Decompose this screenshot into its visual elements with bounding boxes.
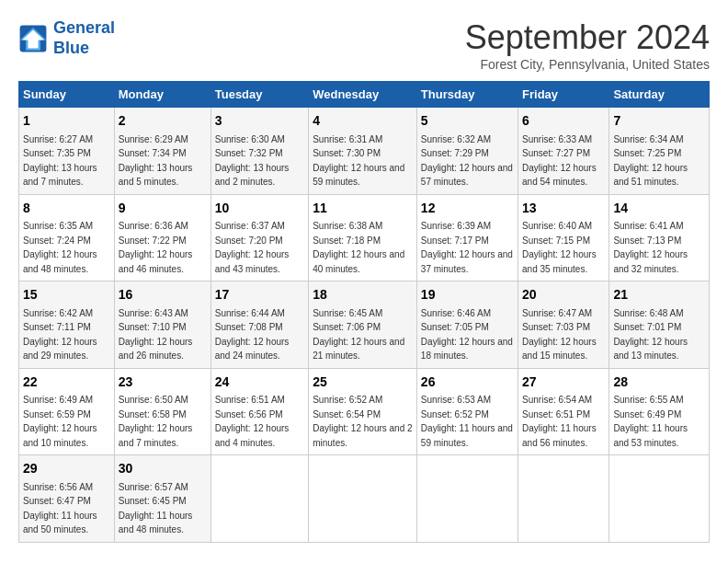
column-header-friday: Friday [518, 82, 609, 108]
week-row-4: 22Sunrise: 6:49 AMSunset: 6:59 PMDayligh… [19, 368, 710, 455]
day-cell: 23Sunrise: 6:50 AMSunset: 6:58 PMDayligh… [114, 368, 210, 455]
day-info: Sunrise: 6:42 AMSunset: 7:11 PMDaylight:… [23, 308, 97, 362]
day-info: Sunrise: 6:48 AMSunset: 7:01 PMDaylight:… [613, 308, 688, 362]
week-row-3: 15Sunrise: 6:42 AMSunset: 7:11 PMDayligh… [19, 282, 710, 369]
day-info: Sunrise: 6:37 AMSunset: 7:20 PMDaylight:… [215, 221, 290, 274]
day-number: 15 [23, 286, 110, 304]
week-row-2: 8Sunrise: 6:35 AMSunset: 7:24 PMDaylight… [19, 194, 710, 282]
day-number: 17 [215, 286, 304, 304]
day-info: Sunrise: 6:53 AMSunset: 6:52 PMDaylight:… [421, 395, 513, 448]
day-cell: 24Sunrise: 6:51 AMSunset: 6:56 PMDayligh… [210, 368, 308, 455]
day-cell: 15Sunrise: 6:42 AMSunset: 7:11 PMDayligh… [19, 282, 115, 369]
day-cell: 18Sunrise: 6:45 AMSunset: 7:06 PMDayligh… [309, 282, 417, 369]
column-header-monday: Monday [114, 82, 210, 108]
day-cell: 27Sunrise: 6:54 AMSunset: 6:51 PMDayligh… [518, 368, 609, 455]
day-cell: 11Sunrise: 6:38 AMSunset: 7:18 PMDayligh… [309, 194, 417, 282]
day-cell: 8Sunrise: 6:35 AMSunset: 7:24 PMDaylight… [19, 194, 115, 282]
day-number: 9 [119, 200, 207, 218]
day-info: Sunrise: 6:33 AMSunset: 7:27 PMDaylight:… [522, 134, 597, 188]
day-number: 13 [522, 200, 605, 218]
day-info: Sunrise: 6:38 AMSunset: 7:18 PMDaylight:… [313, 221, 404, 274]
day-cell: 19Sunrise: 6:46 AMSunset: 7:05 PMDayligh… [416, 282, 518, 369]
day-number: 23 [119, 373, 207, 392]
day-cell [416, 455, 518, 543]
day-cell [210, 455, 308, 543]
day-number: 1 [23, 112, 110, 131]
day-number: 26 [421, 373, 514, 392]
column-header-saturday: Saturday [609, 82, 710, 108]
day-cell: 2Sunrise: 6:29 AMSunset: 7:34 PMDaylight… [114, 108, 210, 195]
day-info: Sunrise: 6:54 AMSunset: 6:51 PMDaylight:… [522, 395, 597, 448]
title-block: September 2024 Forest City, Pennsylvania… [465, 18, 710, 72]
day-info: Sunrise: 6:41 AMSunset: 7:13 PMDaylight:… [613, 221, 688, 274]
day-cell [309, 455, 417, 543]
logo-text: General Blue [53, 18, 115, 58]
day-cell: 28Sunrise: 6:55 AMSunset: 6:49 PMDayligh… [609, 368, 710, 455]
day-number: 14 [613, 200, 705, 218]
day-info: Sunrise: 6:44 AMSunset: 7:08 PMDaylight:… [215, 308, 290, 362]
day-cell: 5Sunrise: 6:32 AMSunset: 7:29 PMDaylight… [416, 108, 518, 195]
day-info: Sunrise: 6:40 AMSunset: 7:15 PMDaylight:… [522, 221, 597, 274]
day-info: Sunrise: 6:52 AMSunset: 6:54 PMDaylight:… [313, 395, 412, 448]
day-number: 2 [119, 112, 207, 131]
column-header-tuesday: Tuesday [210, 82, 308, 108]
day-cell: 16Sunrise: 6:43 AMSunset: 7:10 PMDayligh… [114, 282, 210, 369]
day-number: 20 [522, 286, 605, 304]
day-info: Sunrise: 6:30 AMSunset: 7:32 PMDaylight:… [215, 134, 290, 188]
day-number: 24 [215, 373, 304, 392]
day-cell [518, 455, 609, 543]
day-number: 8 [23, 200, 110, 218]
day-number: 6 [522, 112, 605, 131]
logo: General Blue [18, 18, 115, 58]
day-cell: 29Sunrise: 6:56 AMSunset: 6:47 PMDayligh… [19, 455, 115, 543]
day-number: 16 [119, 286, 207, 304]
day-number: 19 [421, 286, 514, 304]
day-info: Sunrise: 6:55 AMSunset: 6:49 PMDaylight:… [613, 395, 688, 448]
day-info: Sunrise: 6:50 AMSunset: 6:58 PMDaylight:… [119, 395, 193, 448]
day-info: Sunrise: 6:46 AMSunset: 7:05 PMDaylight:… [421, 308, 513, 362]
day-cell [609, 455, 710, 543]
day-info: Sunrise: 6:36 AMSunset: 7:22 PMDaylight:… [119, 221, 193, 274]
day-number: 5 [421, 112, 514, 131]
day-cell: 6Sunrise: 6:33 AMSunset: 7:27 PMDaylight… [518, 108, 609, 195]
day-info: Sunrise: 6:56 AMSunset: 6:47 PMDaylight:… [23, 482, 97, 535]
day-cell: 1Sunrise: 6:27 AMSunset: 7:35 PMDaylight… [19, 108, 115, 195]
column-header-thursday: Thursday [416, 82, 518, 108]
day-number: 27 [522, 373, 605, 392]
day-info: Sunrise: 6:47 AMSunset: 7:03 PMDaylight:… [522, 308, 597, 362]
day-info: Sunrise: 6:32 AMSunset: 7:29 PMDaylight:… [421, 134, 513, 188]
week-row-1: 1Sunrise: 6:27 AMSunset: 7:35 PMDaylight… [19, 108, 710, 195]
column-header-wednesday: Wednesday [309, 82, 417, 108]
day-cell: 21Sunrise: 6:48 AMSunset: 7:01 PMDayligh… [609, 282, 710, 369]
day-cell: 30Sunrise: 6:57 AMSunset: 6:45 PMDayligh… [114, 455, 210, 543]
day-number: 21 [613, 286, 705, 304]
day-number: 18 [313, 286, 413, 304]
day-cell: 7Sunrise: 6:34 AMSunset: 7:25 PMDaylight… [609, 108, 710, 195]
day-cell: 20Sunrise: 6:47 AMSunset: 7:03 PMDayligh… [518, 282, 609, 369]
day-cell: 14Sunrise: 6:41 AMSunset: 7:13 PMDayligh… [609, 194, 710, 282]
day-info: Sunrise: 6:29 AMSunset: 7:34 PMDaylight:… [119, 134, 193, 188]
day-info: Sunrise: 6:45 AMSunset: 7:06 PMDaylight:… [313, 308, 404, 362]
day-number: 3 [215, 112, 304, 131]
main-title: September 2024 [465, 18, 710, 57]
day-number: 4 [313, 112, 413, 131]
day-info: Sunrise: 6:34 AMSunset: 7:25 PMDaylight:… [613, 134, 688, 188]
day-info: Sunrise: 6:31 AMSunset: 7:30 PMDaylight:… [313, 134, 404, 188]
day-info: Sunrise: 6:51 AMSunset: 6:56 PMDaylight:… [215, 395, 290, 448]
day-number: 22 [23, 373, 110, 392]
logo-icon [18, 24, 48, 53]
day-info: Sunrise: 6:49 AMSunset: 6:59 PMDaylight:… [23, 395, 97, 448]
day-cell: 17Sunrise: 6:44 AMSunset: 7:08 PMDayligh… [210, 282, 308, 369]
day-info: Sunrise: 6:39 AMSunset: 7:17 PMDaylight:… [421, 221, 513, 274]
day-cell: 9Sunrise: 6:36 AMSunset: 7:22 PMDaylight… [114, 194, 210, 282]
day-cell: 25Sunrise: 6:52 AMSunset: 6:54 PMDayligh… [309, 368, 417, 455]
day-number: 10 [215, 200, 304, 218]
day-info: Sunrise: 6:43 AMSunset: 7:10 PMDaylight:… [119, 308, 193, 362]
day-cell: 3Sunrise: 6:30 AMSunset: 7:32 PMDaylight… [210, 108, 308, 195]
day-cell: 26Sunrise: 6:53 AMSunset: 6:52 PMDayligh… [416, 368, 518, 455]
day-cell: 12Sunrise: 6:39 AMSunset: 7:17 PMDayligh… [416, 194, 518, 282]
day-cell: 22Sunrise: 6:49 AMSunset: 6:59 PMDayligh… [19, 368, 115, 455]
header-row: SundayMondayTuesdayWednesdayThursdayFrid… [19, 82, 710, 108]
subtitle: Forest City, Pennsylvania, United States [465, 57, 710, 72]
page-header: General Blue September 2024 Forest City,… [18, 18, 710, 72]
